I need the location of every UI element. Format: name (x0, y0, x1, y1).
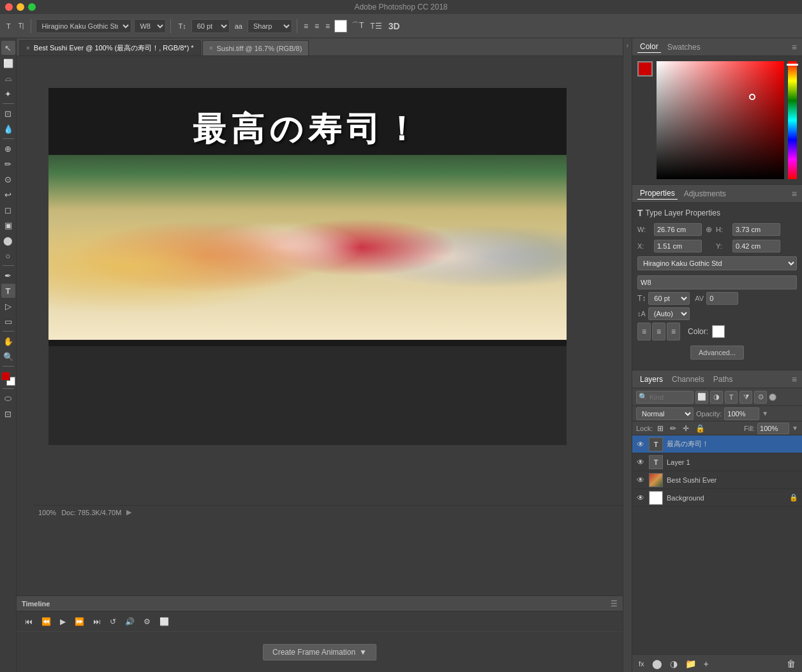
leading-select[interactable]: (Auto) (648, 307, 690, 320)
layer-eye-1[interactable]: 👁 (636, 440, 645, 449)
timeline-audio-btn[interactable]: 🔊 (122, 615, 138, 628)
tab-close-2[interactable]: × (209, 45, 213, 52)
hue-slider[interactable] (788, 61, 797, 179)
layer-item-background[interactable]: 👁 Background 🔒 (632, 489, 802, 507)
properties-panel-menu[interactable]: ≡ (792, 189, 797, 199)
marquee-tool[interactable]: ⬜ (1, 56, 15, 70)
lock-position-btn[interactable]: ✛ (681, 423, 691, 434)
sharpness-select[interactable]: Sharp (248, 19, 292, 33)
dodge-tool[interactable]: ○ (1, 249, 15, 263)
layer-mask-btn[interactable]: ⬤ (650, 657, 665, 670)
color-gradient-picker[interactable] (657, 61, 784, 179)
pen-tool[interactable]: ✒ (1, 268, 15, 282)
eraser-tool[interactable]: ◻ (1, 203, 15, 217)
text-color-swatch[interactable] (334, 20, 347, 33)
brush-tool[interactable]: ✏ (1, 157, 15, 171)
tab-swatches[interactable]: Swatches (665, 41, 703, 53)
color-swatches[interactable] (1, 372, 15, 386)
zoom-tool[interactable]: 🔍 (1, 349, 15, 363)
healing-brush-tool[interactable]: ⊕ (1, 142, 15, 156)
opacity-input[interactable] (724, 407, 759, 420)
foreground-color-swatch[interactable] (1, 372, 10, 381)
font-weight-select[interactable]: W8 (134, 19, 166, 33)
fill-arrow[interactable]: ▼ (792, 425, 798, 432)
canvas-viewport[interactable]: 最高の寿司！ 100% Doc: 785.3K/4.70M ▶ (17, 56, 623, 595)
layer-fx-btn[interactable]: fx (636, 659, 647, 669)
blur-tool[interactable]: ⬤ (1, 233, 15, 247)
type-tool[interactable]: T (1, 284, 15, 298)
font-family-select[interactable]: Hiragino Kaku Gothic Std (36, 19, 131, 33)
fill-input[interactable] (757, 423, 789, 434)
font-size-prop-select[interactable]: 60 pt (648, 292, 690, 305)
layers-filter-adjust-btn[interactable]: ◑ (710, 391, 723, 404)
font-family-prop-select[interactable]: Hiragino Kaku Gothic Std (637, 256, 797, 270)
align-left-btn[interactable]: ≡ (637, 323, 651, 340)
move-tool[interactable]: ↖ (1, 41, 15, 55)
timeline-last-btn[interactable]: ⏭ (90, 615, 104, 628)
layer-eye-2[interactable]: 👁 (636, 458, 645, 467)
layer-eye-4[interactable]: 👁 (636, 493, 645, 502)
font-weight-prop-input[interactable] (637, 275, 797, 289)
tab-properties[interactable]: Properties (637, 187, 678, 200)
layers-filter-pixel-btn[interactable]: ⬜ (695, 391, 708, 404)
path-selection-tool[interactable]: ▷ (1, 299, 15, 313)
timeline-settings-btn[interactable]: ⚙ (140, 615, 154, 628)
layer-new-btn[interactable]: + (701, 657, 711, 670)
layer-group-btn[interactable]: 📁 (683, 657, 699, 670)
fg-color-swatch[interactable] (637, 61, 653, 77)
magic-wand-tool[interactable]: ✦ (1, 87, 15, 101)
tab-close-1[interactable]: × (26, 45, 30, 52)
create-frame-animation-btn[interactable]: Create Frame Animation ▼ (263, 644, 376, 661)
right-collapse-strip[interactable]: › (623, 38, 632, 672)
screen-mode-btn[interactable]: ⊡ (1, 407, 15, 421)
tab-adjustments[interactable]: Adjustments (681, 188, 729, 200)
history-brush-tool[interactable]: ↩ (1, 187, 15, 201)
3d-label[interactable]: 3D (387, 20, 402, 33)
blend-mode-select[interactable]: Normal (636, 407, 694, 420)
type-tool-icon[interactable]: T (4, 20, 13, 32)
timeline-menu-btn[interactable]: ☰ (611, 599, 618, 608)
maximize-button[interactable] (28, 3, 36, 11)
x-input[interactable] (654, 240, 702, 252)
align-left-icon[interactable]: ≡ (302, 20, 310, 32)
gradient-tool[interactable]: ▣ (1, 218, 15, 232)
layers-filter-shape-btn[interactable]: ⧩ (739, 391, 752, 404)
y-input[interactable] (732, 240, 780, 252)
crop-tool[interactable]: ⊡ (1, 106, 15, 121)
tab-sushi-tiff[interactable]: × Sushi.tiff @ 16.7% (RGB/8) (202, 40, 309, 55)
tab-layers[interactable]: Layers (637, 374, 665, 385)
layers-filter-smart-btn[interactable]: ⊙ (754, 391, 767, 404)
h-input[interactable] (732, 223, 780, 236)
font-size-select[interactable]: 60 pt (191, 19, 230, 33)
layer-eye-3[interactable]: 👁 (636, 476, 645, 485)
type-options-icon[interactable]: T| (16, 20, 27, 31)
shape-tool[interactable]: ▭ (1, 314, 15, 328)
quick-mask-btn[interactable]: ⬭ (1, 391, 15, 405)
link-wh-icon[interactable]: ⊕ (706, 225, 712, 234)
align-center-btn[interactable]: ≡ (652, 323, 665, 340)
text-color-prop-swatch[interactable] (712, 325, 725, 338)
lock-transparent-btn[interactable]: ⊞ (655, 423, 665, 434)
warp-text-icon[interactable]: ⌒T (350, 19, 366, 33)
tab-paths[interactable]: Paths (711, 374, 736, 385)
timeline-render-btn[interactable]: ⬜ (156, 615, 172, 628)
close-button[interactable] (5, 3, 13, 11)
text-options-icon[interactable]: T☰ (368, 20, 383, 32)
layers-filter-active-btn[interactable] (769, 393, 776, 401)
layer-delete-btn[interactable]: 🗑 (784, 657, 798, 670)
tab-best-sushi[interactable]: × Best Sushi Ever @ 100% (最高の寿司！, RGB/8*… (19, 40, 201, 55)
eyedropper-tool[interactable]: 💧 (1, 122, 15, 136)
layer-item-best-sushi[interactable]: 👁 Best Sushi Ever (632, 471, 802, 489)
timeline-play-btn[interactable]: ▶ (57, 615, 69, 628)
timeline-first-btn[interactable]: ⏮ (22, 615, 36, 628)
tab-channels[interactable]: Channels (669, 374, 707, 385)
opacity-arrow[interactable]: ▼ (762, 410, 768, 417)
layers-panel-menu[interactable]: ≡ (792, 374, 797, 384)
align-right-btn[interactable]: ≡ (667, 323, 680, 340)
advanced-button[interactable]: Advanced... (690, 346, 744, 360)
lock-all-btn[interactable]: 🔒 (694, 423, 707, 434)
lock-pixels-btn[interactable]: ✏ (668, 423, 678, 434)
align-center-icon[interactable]: ≡ (313, 20, 321, 32)
layer-item-layer1[interactable]: 👁 T Layer 1 (632, 453, 802, 471)
w-input[interactable] (654, 223, 702, 236)
